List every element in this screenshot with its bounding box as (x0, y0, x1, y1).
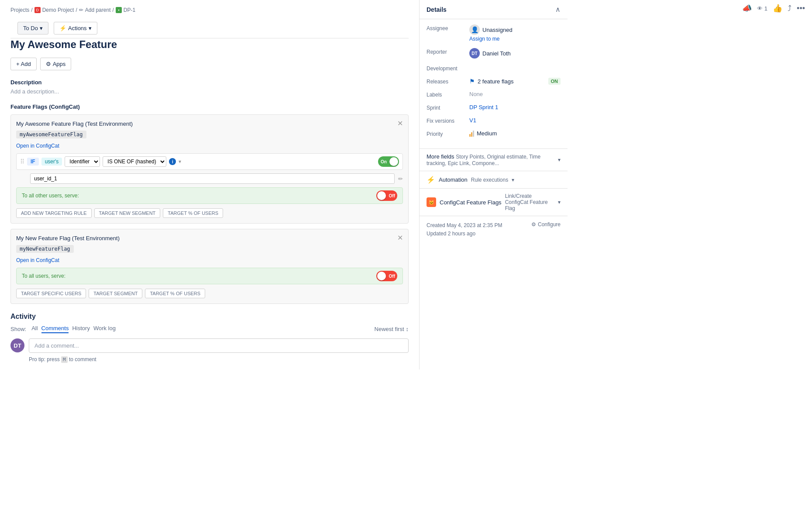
flag-2-toggle[interactable]: Off (376, 271, 397, 281)
if-badge: IF (27, 158, 39, 166)
demo-project-icon: D (34, 7, 41, 13)
action-row: + Add ⚙ DP-1 Apps (10, 58, 409, 70)
user-avatar: DT (10, 338, 24, 352)
configure-btn[interactable]: ⚙ Configure (531, 221, 561, 228)
tab-history[interactable]: History (72, 325, 89, 333)
all-users-text: To all other users, serve: (22, 193, 373, 199)
tab-all[interactable]: All (31, 325, 38, 333)
eye-icon: 👁 (757, 5, 763, 12)
breadcrumb: Projects / D Demo Project / ✏ Add parent… (10, 7, 409, 13)
details-grid: Assignee 👤 Unassigned Assign to me Repor… (420, 19, 568, 148)
fix-versions-row: Fix versions V1 (427, 117, 561, 124)
breadcrumb-projects[interactable]: Projects (10, 7, 29, 13)
flag-card-1-open-link[interactable]: Open in ConfigCat (16, 143, 59, 149)
feature-flags-title: Feature Flags (ConfigCat) (10, 103, 409, 110)
view-count: 👁 1 (757, 5, 767, 12)
collapse-details-btn[interactable]: ∧ (555, 5, 561, 14)
flag-card-1: My Awesome Feature Flag (Test Environmen… (10, 114, 409, 224)
configcat-row[interactable]: 🐱 ConfigCat Feature Flags Link/Create Co… (420, 188, 568, 216)
newest-sort-btn[interactable]: Newest first ↕ (375, 326, 409, 332)
flag-2-all-users-row: To all users, serve: Off (16, 268, 403, 284)
flag-1-rule-buttons: ADD NEW TARGETING RULE TARGET NEW SEGMEN… (16, 208, 403, 218)
flag-card-2-close[interactable]: ✕ (397, 235, 403, 241)
reporter-row: Reporter DT Daniel Toth (427, 48, 561, 59)
comment-input[interactable]: Add a comment... (29, 338, 409, 353)
drag-handle-icon[interactable]: ⠿ (20, 158, 24, 165)
actions-dropdown[interactable]: ⚡ Actions ▾ (54, 22, 97, 34)
value-input-row: user_id_1 ✏ (30, 173, 403, 184)
breadcrumb-demo-project[interactable]: Demo Project (42, 7, 74, 13)
breadcrumb-issue-id[interactable]: DP-1 (124, 7, 135, 13)
pro-tip: Pro tip: press M to comment (29, 356, 409, 362)
assign-me-link[interactable]: Assign to me (469, 36, 561, 42)
info-icon: i (169, 158, 176, 165)
flag-card-1-close[interactable]: ✕ (397, 120, 403, 127)
share-icon[interactable]: ⤴ (788, 4, 791, 13)
unassigned-icon: 👤 (469, 24, 480, 35)
labels-value: None (469, 91, 561, 97)
apps-button[interactable]: ⚙ DP-1 Apps (40, 58, 72, 70)
configcat-link: Link/Create ConfigCat Feature Flag (505, 193, 554, 211)
target-specific-users-btn[interactable]: TARGET SPECIFIC USERS (16, 289, 86, 298)
automation-row[interactable]: ⚡ Automation Rule executions ▾ (420, 171, 568, 188)
footer-meta: Created May 4, 2023 at 2:35 PM Updated 2… (427, 221, 502, 238)
dp-icon: ▪ (116, 7, 122, 13)
toggle-on[interactable]: On (378, 156, 399, 167)
bell-icon[interactable]: 📣 (742, 3, 752, 13)
lightning-icon: ⚡ (59, 25, 66, 31)
toggle-knob-off (377, 191, 386, 200)
configcat-logo: 🐱 (427, 197, 436, 207)
tab-comments[interactable]: Comments (41, 325, 69, 333)
lightning-icon-auto: ⚡ (427, 176, 435, 184)
details-header: Details ∧ (420, 0, 568, 19)
value-input[interactable]: user_id_1 (30, 173, 395, 184)
all-users-toggle[interactable]: Off (376, 190, 397, 201)
status-bar: To Do ▾ ⚡ Actions ▾ (10, 18, 409, 38)
assignee-value: 👤 Unassigned Assign to me (469, 24, 561, 42)
like-icon[interactable]: 👍 (773, 3, 782, 13)
edit-icon[interactable]: ✏ (398, 176, 403, 182)
target-percent-2-btn[interactable]: TARGET % OF USERS (145, 289, 205, 298)
more-fields-row[interactable]: More fields Story Points, Original estim… (420, 148, 568, 171)
sprint-label: Sprint (427, 104, 466, 111)
breadcrumb-add-parent[interactable]: Add parent (85, 7, 111, 13)
releases-value: ⚑ 2 feature flags ON (469, 78, 561, 85)
releases-label: Releases (427, 78, 466, 85)
status-dropdown[interactable]: To Do ▾ (17, 22, 48, 34)
automation-label: Automation (439, 176, 468, 183)
description-placeholder[interactable]: Add a description... (10, 88, 409, 95)
gear-icon: ⚙ (46, 61, 51, 67)
toggle-knob-2 (377, 272, 386, 280)
more-icon[interactable]: ••• (797, 4, 805, 13)
configcat-label: ConfigCat Feature Flags (440, 199, 502, 206)
flag-1-toggle[interactable]: On (378, 156, 399, 167)
target-segment-btn[interactable]: TARGET SEGMENT (89, 289, 142, 298)
page-title: My Awesome Feature (10, 38, 409, 51)
condition-select[interactable]: IS ONE OF (hashed) (103, 156, 166, 167)
priority-icon (469, 131, 474, 137)
releases-on-badge: ON (548, 78, 561, 85)
show-label: Show: (10, 326, 26, 332)
comment-row: DT Add a comment... (10, 338, 409, 353)
fix-versions-value[interactable]: V1 (469, 117, 561, 124)
breadcrumb-pencil-icon: ✏ (79, 7, 83, 13)
pro-tip-key: M (61, 356, 68, 363)
rule-exec-text: Rule executions (471, 177, 508, 183)
development-label: Development (427, 65, 466, 72)
identifier-select[interactable]: Identifier (65, 156, 100, 167)
target-percent-btn[interactable]: TARGET % OF USERS (163, 208, 223, 218)
add-button[interactable]: + Add (10, 58, 37, 70)
toggle-knob (389, 157, 398, 166)
flag-card-2-open-link[interactable]: Open in ConfigCat (16, 257, 59, 263)
chevron-down-icon-actions: ▾ (89, 25, 92, 31)
add-targeting-rule-btn[interactable]: ADD NEW TARGETING RULE (16, 208, 92, 218)
tab-worklog[interactable]: Work log (93, 325, 116, 333)
development-row: Development (427, 65, 561, 72)
assignee-label: Assignee (427, 24, 466, 31)
reporter-label: Reporter (427, 48, 466, 55)
sprint-value[interactable]: DP Sprint 1 (469, 104, 561, 110)
gear-configure-icon: ⚙ (531, 221, 536, 228)
flag-card-1-badge: myAwesomeFeatureFlag (16, 131, 86, 138)
target-new-segment-btn[interactable]: TARGET NEW SEGMENT (94, 208, 161, 218)
flag-2-all-users-text: To all users, serve: (22, 273, 373, 279)
